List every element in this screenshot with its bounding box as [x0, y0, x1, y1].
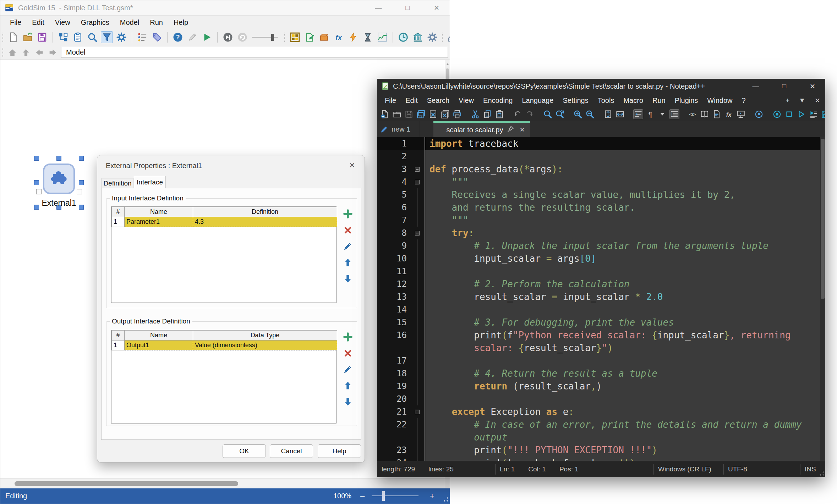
code-line[interactable]: 7 """ — [377, 214, 820, 227]
search-icon[interactable] — [87, 32, 98, 43]
close-button[interactable]: ✕ — [808, 82, 817, 90]
editor-scrollbar[interactable] — [820, 137, 825, 461]
cut-icon[interactable] — [471, 110, 480, 119]
menu--[interactable]: ? — [737, 96, 750, 105]
code-line[interactable]: 9 # 1. Unpack the input scalar from the … — [377, 239, 820, 252]
tab-interface[interactable]: Interface — [134, 176, 166, 188]
code-line[interactable]: 22 # In case of an error, print the deta… — [377, 418, 820, 431]
indent-guide-icon[interactable] — [670, 110, 679, 119]
run-model-icon[interactable] — [201, 32, 213, 43]
resize-grip[interactable] — [443, 497, 448, 502]
run-to-end-icon[interactable] — [222, 32, 234, 43]
scroll-up-icon[interactable] — [445, 61, 450, 67]
function-fx-icon[interactable]: fx — [333, 32, 344, 43]
user-commands-icon[interactable]: </> — [688, 110, 697, 119]
code-line[interactable]: 18 # 4. Return the result as a tuple — [377, 367, 820, 380]
pin-icon[interactable] — [507, 125, 514, 135]
copy-icon[interactable] — [483, 110, 492, 119]
result-chart-icon[interactable] — [377, 32, 388, 43]
filter-icon[interactable] — [101, 32, 113, 43]
zoom-out-icon[interactable] — [585, 110, 595, 119]
print-icon[interactable] — [453, 110, 462, 119]
tab-scalar-to-scalar[interactable]: scalar to scalar.py ✕ — [433, 121, 530, 137]
minimize-button[interactable]: — — [374, 4, 383, 12]
goldsim-titlebar[interactable]: GoldSim 15 - Simple DLL Test.gsm* — □ ✕ — [0, 0, 450, 15]
undo-icon[interactable] — [513, 110, 522, 119]
notepadpp-titlebar[interactable]: C:\Users\JasonLillywhite\source\repos\GS… — [377, 79, 825, 94]
code-line[interactable]: 8 try: — [377, 227, 820, 239]
open-file-icon[interactable] — [22, 32, 33, 43]
table-row[interactable]: 1Output1Value (dimensionless) — [112, 340, 337, 350]
save-icon[interactable] — [404, 110, 414, 119]
replace-icon[interactable] — [555, 110, 564, 119]
notes-icon[interactable] — [72, 32, 83, 43]
edit-mode-icon[interactable] — [187, 32, 198, 43]
find-icon[interactable] — [543, 110, 552, 119]
help-icon[interactable]: ? — [172, 32, 184, 43]
code-line[interactable]: 13 result_scalar = input_scalar * 2.0 — [377, 290, 820, 303]
simulation-gear-icon[interactable] — [427, 32, 438, 43]
zoom-out-button[interactable]: – — [360, 492, 365, 501]
code-line[interactable]: 1import traceback — [377, 137, 820, 150]
legend-list-icon[interactable] — [137, 32, 148, 43]
menu-encoding[interactable]: Encoding — [478, 96, 517, 105]
code-line[interactable]: 2 — [377, 150, 820, 163]
maximize-button[interactable]: □ — [403, 4, 412, 12]
redo-icon[interactable] — [525, 110, 534, 119]
macro-stop-icon[interactable] — [784, 110, 794, 119]
code-line[interactable]: 3def process_data(*args): — [377, 163, 820, 176]
focus-view-icon[interactable] — [754, 110, 764, 119]
menu-help[interactable]: Help — [168, 18, 193, 27]
reset-icon[interactable] — [237, 32, 248, 43]
new-file-icon[interactable] — [7, 32, 19, 43]
code-line[interactable]: 6 and returns the resulting scalar. — [377, 201, 820, 214]
show-symbols-icon[interactable]: ¶ — [646, 110, 655, 119]
tab-list-dropdown-icon[interactable]: ▼ — [799, 96, 805, 104]
word-wrap-icon[interactable] — [634, 110, 643, 119]
new-tab-plus-icon[interactable]: + — [786, 96, 789, 104]
event-bolt-icon[interactable] — [348, 32, 359, 43]
delete-row-button[interactable] — [341, 347, 354, 360]
close-button[interactable]: ✕ — [432, 4, 441, 12]
sync-horizontal-icon[interactable] — [616, 110, 625, 119]
container-icon[interactable] — [318, 32, 330, 43]
menu-edit[interactable]: Edit — [27, 18, 49, 27]
doc-list-icon[interactable] — [712, 110, 721, 119]
paste-icon[interactable] — [495, 110, 504, 119]
code-line[interactable]: 20 — [377, 393, 820, 405]
menu-run[interactable]: Run — [648, 96, 670, 105]
selection-handle[interactable] — [34, 156, 39, 161]
row-number-cell[interactable]: 1 — [112, 340, 125, 350]
hourglass-icon[interactable] — [362, 32, 373, 43]
menu-plugins[interactable]: Plugins — [670, 96, 703, 105]
add-row-button[interactable] — [341, 207, 354, 220]
delete-row-button[interactable] — [341, 224, 354, 237]
fold-collapse-icon[interactable] — [415, 410, 420, 414]
code-line[interactable]: 5 Receives a single scalar value, multip… — [377, 188, 820, 201]
options-gear-icon[interactable] — [116, 32, 127, 43]
code-line[interactable]: 11 — [377, 265, 820, 278]
menu-file[interactable]: File — [5, 18, 27, 27]
move-down-button[interactable] — [341, 395, 354, 408]
code-line[interactable]: 16 print(f"Python received scalar: {inpu… — [377, 329, 820, 342]
menu-file[interactable]: File — [380, 96, 401, 105]
maximize-button[interactable]: □ — [779, 82, 789, 90]
port-handle[interactable] — [77, 189, 82, 194]
code-line[interactable]: output — [377, 431, 820, 444]
tag-icon[interactable] — [151, 32, 163, 43]
edit-row-button[interactable] — [341, 240, 354, 253]
menu-view[interactable]: View — [50, 18, 76, 27]
doc-map-icon[interactable] — [700, 110, 709, 119]
menu-view[interactable]: View — [454, 96, 478, 105]
help-button[interactable]: Help — [318, 444, 361, 458]
move-down-button[interactable] — [341, 272, 354, 285]
scrollbar-thumb[interactable] — [821, 139, 825, 299]
macro-run-multiple-icon[interactable] — [809, 110, 818, 119]
selection-handle[interactable] — [79, 156, 84, 161]
menu-edit[interactable]: Edit — [401, 96, 422, 105]
fold-collapse-icon[interactable] — [415, 180, 420, 184]
macro-record-icon[interactable] — [772, 110, 782, 119]
menu-macro[interactable]: Macro — [619, 96, 648, 105]
macro-play-icon[interactable] — [797, 110, 806, 119]
macro-save-icon[interactable] — [821, 110, 825, 119]
